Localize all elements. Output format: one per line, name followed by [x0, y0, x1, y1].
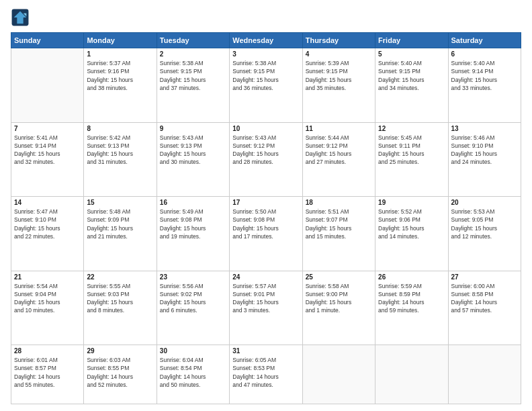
day-info: Sunrise: 5:43 AM Sunset: 9:13 PM Dayligh… — [160, 134, 226, 167]
header-tuesday: Tuesday — [157, 33, 229, 48]
day-info: Sunrise: 5:57 AM Sunset: 9:01 PM Dayligh… — [232, 282, 299, 315]
day-number: 31 — [232, 347, 299, 355]
calendar-cell: 7Sunrise: 5:41 AM Sunset: 9:14 PM Daylig… — [11, 122, 84, 197]
day-info: Sunrise: 5:51 AM Sunset: 9:07 PM Dayligh… — [306, 208, 372, 240]
day-info: Sunrise: 5:41 AM Sunset: 9:14 PM Dayligh… — [14, 134, 81, 167]
day-info: Sunrise: 5:39 AM Sunset: 9:15 PM Dayligh… — [306, 59, 372, 92]
day-number: 2 — [160, 50, 226, 58]
day-info: Sunrise: 5:58 AM Sunset: 9:00 PM Dayligh… — [306, 282, 372, 315]
day-number: 11 — [306, 125, 372, 132]
calendar-week-2: 7Sunrise: 5:41 AM Sunset: 9:14 PM Daylig… — [11, 122, 521, 197]
calendar-week-1: 1Sunrise: 5:37 AM Sunset: 9:16 PM Daylig… — [11, 48, 521, 123]
calendar-cell: 30Sunrise: 6:04 AM Sunset: 8:54 PM Dayli… — [157, 345, 229, 404]
day-number: 9 — [160, 125, 226, 132]
day-info: Sunrise: 5:49 AM Sunset: 9:08 PM Dayligh… — [160, 208, 226, 240]
calendar-cell: 18Sunrise: 5:51 AM Sunset: 9:07 PM Dayli… — [302, 197, 375, 271]
day-number: 16 — [160, 199, 226, 206]
day-number: 7 — [14, 125, 81, 132]
header-monday: Monday — [84, 33, 157, 48]
calendar-cell: 16Sunrise: 5:49 AM Sunset: 9:08 PM Dayli… — [157, 197, 229, 271]
day-info: Sunrise: 5:40 AM Sunset: 9:15 PM Dayligh… — [378, 59, 445, 92]
calendar-cell: 21Sunrise: 5:54 AM Sunset: 9:04 PM Dayli… — [11, 271, 84, 345]
day-info: Sunrise: 5:37 AM Sunset: 9:16 PM Dayligh… — [87, 59, 153, 92]
day-info: Sunrise: 5:40 AM Sunset: 9:14 PM Dayligh… — [451, 59, 518, 92]
calendar-cell — [448, 345, 521, 404]
header — [11, 8, 521, 27]
day-info: Sunrise: 5:50 AM Sunset: 9:08 PM Dayligh… — [232, 208, 299, 240]
day-number: 10 — [232, 125, 299, 132]
day-number: 28 — [14, 347, 81, 355]
header-wednesday: Wednesday — [230, 33, 302, 48]
day-info: Sunrise: 6:04 AM Sunset: 8:54 PM Dayligh… — [160, 356, 226, 389]
day-number: 25 — [306, 273, 372, 281]
day-number: 8 — [87, 125, 153, 132]
day-number: 15 — [87, 199, 153, 206]
day-info: Sunrise: 5:53 AM Sunset: 9:05 PM Dayligh… — [451, 208, 518, 240]
day-number: 22 — [87, 273, 153, 281]
calendar-cell: 15Sunrise: 5:48 AM Sunset: 9:09 PM Dayli… — [84, 197, 157, 271]
calendar-cell: 6Sunrise: 5:40 AM Sunset: 9:14 PM Daylig… — [448, 48, 521, 123]
day-info: Sunrise: 5:48 AM Sunset: 9:09 PM Dayligh… — [87, 208, 153, 240]
day-info: Sunrise: 6:00 AM Sunset: 8:58 PM Dayligh… — [451, 282, 518, 315]
day-info: Sunrise: 5:43 AM Sunset: 9:12 PM Dayligh… — [232, 134, 299, 167]
calendar-cell: 3Sunrise: 5:38 AM Sunset: 9:15 PM Daylig… — [230, 48, 302, 123]
calendar-cell: 17Sunrise: 5:50 AM Sunset: 9:08 PM Dayli… — [230, 197, 302, 271]
calendar-cell — [375, 345, 448, 404]
calendar-table: SundayMondayTuesdayWednesdayThursdayFrid… — [11, 32, 521, 404]
day-info: Sunrise: 5:42 AM Sunset: 9:13 PM Dayligh… — [87, 134, 153, 167]
day-number: 21 — [14, 273, 81, 281]
calendar-week-5: 28Sunrise: 6:01 AM Sunset: 8:57 PM Dayli… — [11, 345, 521, 404]
calendar-cell: 20Sunrise: 5:53 AM Sunset: 9:05 PM Dayli… — [448, 197, 521, 271]
day-number: 23 — [160, 273, 226, 281]
day-number: 17 — [232, 199, 299, 206]
day-number: 20 — [451, 199, 518, 206]
day-number: 13 — [451, 125, 518, 132]
day-number: 3 — [232, 50, 299, 58]
logo — [11, 8, 32, 27]
day-number: 4 — [306, 50, 372, 58]
day-number: 6 — [451, 50, 518, 58]
page: SundayMondayTuesdayWednesdayThursdayFrid… — [0, 0, 532, 411]
day-info: Sunrise: 5:45 AM Sunset: 9:11 PM Dayligh… — [378, 134, 445, 167]
calendar-cell: 2Sunrise: 5:38 AM Sunset: 9:15 PM Daylig… — [157, 48, 229, 123]
calendar-cell: 10Sunrise: 5:43 AM Sunset: 9:12 PM Dayli… — [230, 122, 302, 197]
day-info: Sunrise: 5:46 AM Sunset: 9:10 PM Dayligh… — [451, 134, 518, 167]
day-info: Sunrise: 5:47 AM Sunset: 9:10 PM Dayligh… — [14, 208, 81, 240]
calendar-cell: 24Sunrise: 5:57 AM Sunset: 9:01 PM Dayli… — [230, 271, 302, 345]
day-number: 5 — [378, 50, 445, 58]
day-info: Sunrise: 5:52 AM Sunset: 9:06 PM Dayligh… — [378, 208, 445, 240]
calendar-header-row: SundayMondayTuesdayWednesdayThursdayFrid… — [11, 33, 521, 48]
calendar-cell: 5Sunrise: 5:40 AM Sunset: 9:15 PM Daylig… — [375, 48, 448, 123]
calendar-cell: 9Sunrise: 5:43 AM Sunset: 9:13 PM Daylig… — [157, 122, 229, 197]
calendar-cell: 22Sunrise: 5:55 AM Sunset: 9:03 PM Dayli… — [84, 271, 157, 345]
day-number: 24 — [232, 273, 299, 281]
day-number: 14 — [14, 199, 81, 206]
day-info: Sunrise: 5:59 AM Sunset: 8:59 PM Dayligh… — [378, 282, 445, 315]
calendar-cell: 25Sunrise: 5:58 AM Sunset: 9:00 PM Dayli… — [302, 271, 375, 345]
calendar-cell: 8Sunrise: 5:42 AM Sunset: 9:13 PM Daylig… — [84, 122, 157, 197]
calendar-cell: 4Sunrise: 5:39 AM Sunset: 9:15 PM Daylig… — [302, 48, 375, 123]
day-number: 27 — [451, 273, 518, 281]
calendar-cell: 1Sunrise: 5:37 AM Sunset: 9:16 PM Daylig… — [84, 48, 157, 123]
header-saturday: Saturday — [448, 33, 521, 48]
calendar-cell: 19Sunrise: 5:52 AM Sunset: 9:06 PM Dayli… — [375, 197, 448, 271]
day-info: Sunrise: 6:01 AM Sunset: 8:57 PM Dayligh… — [14, 356, 81, 389]
day-number: 19 — [378, 199, 445, 206]
day-number: 12 — [378, 125, 445, 132]
calendar-cell: 26Sunrise: 5:59 AM Sunset: 8:59 PM Dayli… — [375, 271, 448, 345]
calendar-cell: 14Sunrise: 5:47 AM Sunset: 9:10 PM Dayli… — [11, 197, 84, 271]
day-info: Sunrise: 6:05 AM Sunset: 8:53 PM Dayligh… — [232, 356, 299, 389]
calendar-week-3: 14Sunrise: 5:47 AM Sunset: 9:10 PM Dayli… — [11, 197, 521, 271]
logo-icon — [11, 8, 30, 27]
calendar-cell: 12Sunrise: 5:45 AM Sunset: 9:11 PM Dayli… — [375, 122, 448, 197]
calendar-week-4: 21Sunrise: 5:54 AM Sunset: 9:04 PM Dayli… — [11, 271, 521, 345]
day-number: 26 — [378, 273, 445, 281]
header-friday: Friday — [375, 33, 448, 48]
day-number: 29 — [87, 347, 153, 355]
calendar-cell: 11Sunrise: 5:44 AM Sunset: 9:12 PM Dayli… — [302, 122, 375, 197]
day-info: Sunrise: 5:55 AM Sunset: 9:03 PM Dayligh… — [87, 282, 153, 315]
header-thursday: Thursday — [302, 33, 375, 48]
calendar-cell: 23Sunrise: 5:56 AM Sunset: 9:02 PM Dayli… — [157, 271, 229, 345]
day-info: Sunrise: 5:38 AM Sunset: 9:15 PM Dayligh… — [160, 59, 226, 92]
calendar-cell: 29Sunrise: 6:03 AM Sunset: 8:55 PM Dayli… — [84, 345, 157, 404]
